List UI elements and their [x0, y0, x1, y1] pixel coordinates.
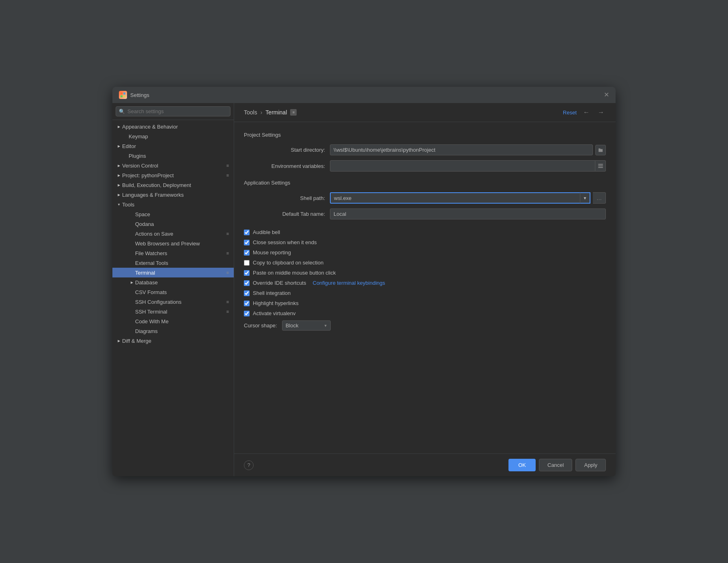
- title-bar-left: Settings: [119, 91, 149, 99]
- sidebar-item-label: Version Control: [122, 163, 225, 169]
- arrow-icon: [122, 153, 129, 159]
- app-icon: [119, 91, 127, 99]
- settings-icon: ≡: [290, 109, 297, 116]
- apply-button[interactable]: Apply: [575, 459, 606, 471]
- settings-content: Project Settings Start directory:: [234, 122, 616, 453]
- checkbox-close-session[interactable]: [244, 240, 250, 245]
- configure-keybindings-link[interactable]: Configure terminal keybindings: [313, 280, 385, 286]
- cancel-button[interactable]: Cancel: [539, 459, 572, 471]
- sidebar-item-label: Web Browsers and Preview: [135, 241, 230, 247]
- checkbox-row-shell-integration: Shell integration: [244, 290, 606, 296]
- breadcrumb-root: Tools: [244, 109, 257, 116]
- checkbox-override-ide[interactable]: [244, 280, 250, 286]
- svg-rect-2: [121, 95, 123, 97]
- sync-icon: ≡: [225, 299, 230, 305]
- shell-path-row: Shell path: ▼ …: [244, 192, 606, 204]
- breadcrumb: Tools › Terminal ≡: [244, 109, 297, 116]
- sidebar-item-file-watchers[interactable]: File Watchers ≡: [112, 248, 234, 258]
- checkbox-audible-bell[interactable]: [244, 230, 250, 235]
- sidebar-item-terminal[interactable]: Terminal ≡: [112, 268, 234, 277]
- folder-browse-button[interactable]: [595, 145, 606, 155]
- sidebar-item-languages[interactable]: Languages & Frameworks: [112, 190, 234, 200]
- arrow-icon: [122, 133, 129, 140]
- sidebar-item-diagrams[interactable]: Diagrams: [112, 326, 234, 336]
- sidebar-item-label: Build, Execution, Deployment: [122, 182, 230, 188]
- sidebar-item-external-tools[interactable]: External Tools: [112, 258, 234, 268]
- search-wrapper: 🔍: [116, 106, 230, 116]
- sidebar-item-label: CSV Formats: [135, 289, 230, 295]
- svg-rect-0: [121, 92, 123, 95]
- sidebar-item-label: SSH Terminal: [135, 309, 225, 315]
- start-directory-input-group: [330, 144, 606, 155]
- sidebar-item-label: SSH Configurations: [135, 299, 225, 305]
- sidebar-item-plugins[interactable]: Plugins: [112, 151, 234, 161]
- breadcrumb-current: Terminal: [265, 109, 287, 116]
- env-list-button[interactable]: [595, 160, 606, 172]
- nav-forward-button[interactable]: →: [596, 108, 606, 117]
- sidebar-item-label: Terminal: [135, 270, 225, 276]
- svg-rect-4: [598, 164, 603, 165]
- cursor-shape-select[interactable]: BlockUnderlineBeam: [282, 320, 331, 331]
- sidebar-item-appearance[interactable]: Appearance & Behavior: [112, 122, 234, 131]
- cursor-shape-label: Cursor shape:: [244, 322, 277, 329]
- checkbox-activate-virtualenv[interactable]: [244, 311, 250, 316]
- sync-icon: ≡: [225, 250, 230, 256]
- sidebar-item-code-with-me[interactable]: Code With Me: [112, 316, 234, 326]
- checkbox-label-mouse-reporting: Mouse reporting: [253, 249, 291, 256]
- checkbox-row-audible-bell: Audible bell: [244, 229, 606, 235]
- reset-button[interactable]: Reset: [563, 110, 577, 116]
- shell-browse-button[interactable]: …: [593, 192, 606, 204]
- sidebar-item-qodana[interactable]: Qodana: [112, 219, 234, 229]
- arrow-icon: [116, 123, 122, 130]
- checkbox-row-activate-virtualenv: Activate virtualenv: [244, 310, 606, 316]
- help-button[interactable]: ?: [244, 460, 254, 470]
- checkbox-paste-middle[interactable]: [244, 270, 250, 276]
- checkbox-label-copy-clipboard: Copy to clipboard on selection: [253, 260, 323, 266]
- checkbox-row-mouse-reporting: Mouse reporting: [244, 249, 606, 256]
- env-input-wrapper: [330, 160, 606, 172]
- sidebar-item-keymap[interactable]: Keymap: [112, 131, 234, 141]
- shell-path-field[interactable]: [330, 192, 580, 204]
- sidebar-item-project[interactable]: Project: pythonProject ≡: [112, 170, 234, 180]
- shell-dropdown-button[interactable]: ▼: [580, 192, 590, 204]
- checkbox-shell-integration[interactable]: [244, 290, 250, 296]
- checkbox-row-copy-clipboard: Copy to clipboard on selection: [244, 260, 606, 266]
- sidebar-item-actions-on-save[interactable]: Actions on Save ≡: [112, 229, 234, 239]
- svg-rect-3: [123, 95, 125, 97]
- sidebar-item-build[interactable]: Build, Execution, Deployment: [112, 180, 234, 190]
- default-tab-field[interactable]: [330, 208, 606, 219]
- header-actions: Reset ← →: [563, 108, 606, 117]
- environment-variables-label: Environment variables:: [244, 163, 325, 169]
- sidebar-item-label: Qodana: [135, 221, 230, 227]
- sidebar-item-ssh-terminal[interactable]: SSH Terminal ≡: [112, 307, 234, 316]
- ok-button[interactable]: OK: [508, 459, 536, 471]
- sidebar-tree: Appearance & Behavior Keymap Editor Plug…: [112, 120, 234, 476]
- arrow-icon: [116, 201, 122, 208]
- start-directory-label: Start directory:: [244, 147, 325, 153]
- start-directory-field[interactable]: [330, 144, 593, 155]
- sidebar-item-label: Database: [135, 279, 230, 286]
- close-button[interactable]: ✕: [604, 92, 609, 98]
- arrow-icon: [129, 318, 135, 324]
- checkbox-mouse-reporting[interactable]: [244, 250, 250, 256]
- checkbox-copy-clipboard[interactable]: [244, 260, 250, 266]
- checkbox-highlight-hyperlinks[interactable]: [244, 301, 250, 306]
- nav-back-button[interactable]: ←: [582, 108, 591, 117]
- environment-variables-field[interactable]: [330, 160, 595, 172]
- sidebar-item-ssh-configurations[interactable]: SSH Configurations ≡: [112, 297, 234, 307]
- sidebar-item-label: Project: pythonProject: [122, 172, 225, 178]
- sidebar-item-csv-formats[interactable]: CSV Formats: [112, 287, 234, 297]
- sidebar-item-space[interactable]: Space: [112, 209, 234, 219]
- svg-rect-1: [123, 92, 125, 95]
- sidebar-item-web-browsers[interactable]: Web Browsers and Preview: [112, 239, 234, 248]
- checkbox-row-close-session: Close session when it ends: [244, 239, 606, 245]
- sidebar-item-version-control[interactable]: Version Control ≡: [112, 161, 234, 170]
- search-input[interactable]: [116, 106, 230, 116]
- default-tab-row: Default Tab name:: [244, 208, 606, 219]
- sidebar-item-editor[interactable]: Editor: [112, 141, 234, 151]
- sidebar-item-diff-merge[interactable]: Diff & Merge: [112, 336, 234, 346]
- sidebar-item-database[interactable]: Database: [112, 277, 234, 287]
- checkbox-label-activate-virtualenv: Activate virtualenv: [253, 310, 296, 316]
- sync-icon: ≡: [225, 163, 230, 168]
- sidebar-item-tools[interactable]: Tools: [112, 200, 234, 209]
